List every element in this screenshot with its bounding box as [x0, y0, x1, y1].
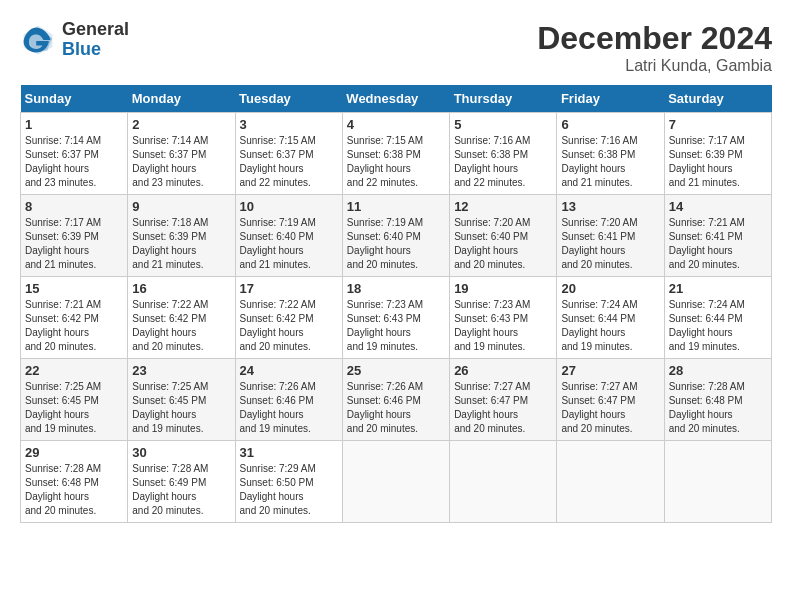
day-info: Sunrise: 7:15 AMSunset: 6:37 PMDaylight … — [240, 135, 316, 188]
day-number: 31 — [240, 445, 338, 460]
day-info: Sunrise: 7:15 AMSunset: 6:38 PMDaylight … — [347, 135, 423, 188]
calendar-cell: 5 Sunrise: 7:16 AMSunset: 6:38 PMDayligh… — [450, 113, 557, 195]
day-number: 4 — [347, 117, 445, 132]
calendar-cell: 19 Sunrise: 7:23 AMSunset: 6:43 PMDaylig… — [450, 277, 557, 359]
day-number: 8 — [25, 199, 123, 214]
calendar-cell: 20 Sunrise: 7:24 AMSunset: 6:44 PMDaylig… — [557, 277, 664, 359]
day-info: Sunrise: 7:27 AMSunset: 6:47 PMDaylight … — [454, 381, 530, 434]
day-info: Sunrise: 7:19 AMSunset: 6:40 PMDaylight … — [240, 217, 316, 270]
day-number: 28 — [669, 363, 767, 378]
day-info: Sunrise: 7:23 AMSunset: 6:43 PMDaylight … — [454, 299, 530, 352]
day-number: 15 — [25, 281, 123, 296]
calendar-cell: 30 Sunrise: 7:28 AMSunset: 6:49 PMDaylig… — [128, 441, 235, 523]
day-info: Sunrise: 7:22 AMSunset: 6:42 PMDaylight … — [132, 299, 208, 352]
day-info: Sunrise: 7:20 AMSunset: 6:40 PMDaylight … — [454, 217, 530, 270]
day-number: 23 — [132, 363, 230, 378]
day-info: Sunrise: 7:26 AMSunset: 6:46 PMDaylight … — [347, 381, 423, 434]
calendar-cell: 17 Sunrise: 7:22 AMSunset: 6:42 PMDaylig… — [235, 277, 342, 359]
day-info: Sunrise: 7:25 AMSunset: 6:45 PMDaylight … — [132, 381, 208, 434]
calendar-cell: 6 Sunrise: 7:16 AMSunset: 6:38 PMDayligh… — [557, 113, 664, 195]
calendar-cell: 2 Sunrise: 7:14 AMSunset: 6:37 PMDayligh… — [128, 113, 235, 195]
day-number: 26 — [454, 363, 552, 378]
day-info: Sunrise: 7:22 AMSunset: 6:42 PMDaylight … — [240, 299, 316, 352]
calendar-cell: 28 Sunrise: 7:28 AMSunset: 6:48 PMDaylig… — [664, 359, 771, 441]
day-number: 22 — [25, 363, 123, 378]
day-number: 20 — [561, 281, 659, 296]
calendar-cell: 10 Sunrise: 7:19 AMSunset: 6:40 PMDaylig… — [235, 195, 342, 277]
day-info: Sunrise: 7:28 AMSunset: 6:48 PMDaylight … — [669, 381, 745, 434]
day-number: 18 — [347, 281, 445, 296]
day-info: Sunrise: 7:20 AMSunset: 6:41 PMDaylight … — [561, 217, 637, 270]
calendar-day-header: Thursday — [450, 85, 557, 113]
calendar-header-row: SundayMondayTuesdayWednesdayThursdayFrid… — [21, 85, 772, 113]
day-number: 7 — [669, 117, 767, 132]
day-number: 10 — [240, 199, 338, 214]
month-title: December 2024 — [537, 20, 772, 57]
location: Latri Kunda, Gambia — [537, 57, 772, 75]
calendar-cell: 12 Sunrise: 7:20 AMSunset: 6:40 PMDaylig… — [450, 195, 557, 277]
day-number: 5 — [454, 117, 552, 132]
day-number: 9 — [132, 199, 230, 214]
calendar-day-header: Monday — [128, 85, 235, 113]
day-number: 24 — [240, 363, 338, 378]
day-number: 19 — [454, 281, 552, 296]
day-info: Sunrise: 7:18 AMSunset: 6:39 PMDaylight … — [132, 217, 208, 270]
day-info: Sunrise: 7:28 AMSunset: 6:48 PMDaylight … — [25, 463, 101, 516]
day-info: Sunrise: 7:24 AMSunset: 6:44 PMDaylight … — [561, 299, 637, 352]
calendar-cell: 24 Sunrise: 7:26 AMSunset: 6:46 PMDaylig… — [235, 359, 342, 441]
calendar-day-header: Sunday — [21, 85, 128, 113]
calendar-cell: 7 Sunrise: 7:17 AMSunset: 6:39 PMDayligh… — [664, 113, 771, 195]
calendar-cell: 21 Sunrise: 7:24 AMSunset: 6:44 PMDaylig… — [664, 277, 771, 359]
calendar-cell: 31 Sunrise: 7:29 AMSunset: 6:50 PMDaylig… — [235, 441, 342, 523]
title-block: December 2024 Latri Kunda, Gambia — [537, 20, 772, 75]
calendar-day-header: Wednesday — [342, 85, 449, 113]
day-info: Sunrise: 7:17 AMSunset: 6:39 PMDaylight … — [669, 135, 745, 188]
calendar-cell — [342, 441, 449, 523]
calendar-day-header: Saturday — [664, 85, 771, 113]
day-info: Sunrise: 7:21 AMSunset: 6:41 PMDaylight … — [669, 217, 745, 270]
day-number: 30 — [132, 445, 230, 460]
calendar-cell: 23 Sunrise: 7:25 AMSunset: 6:45 PMDaylig… — [128, 359, 235, 441]
day-number: 1 — [25, 117, 123, 132]
day-number: 11 — [347, 199, 445, 214]
calendar-day-header: Friday — [557, 85, 664, 113]
day-info: Sunrise: 7:23 AMSunset: 6:43 PMDaylight … — [347, 299, 423, 352]
day-number: 13 — [561, 199, 659, 214]
calendar-cell: 18 Sunrise: 7:23 AMSunset: 6:43 PMDaylig… — [342, 277, 449, 359]
calendar-cell: 8 Sunrise: 7:17 AMSunset: 6:39 PMDayligh… — [21, 195, 128, 277]
day-number: 12 — [454, 199, 552, 214]
day-info: Sunrise: 7:16 AMSunset: 6:38 PMDaylight … — [561, 135, 637, 188]
day-info: Sunrise: 7:14 AMSunset: 6:37 PMDaylight … — [132, 135, 208, 188]
day-number: 6 — [561, 117, 659, 132]
day-info: Sunrise: 7:21 AMSunset: 6:42 PMDaylight … — [25, 299, 101, 352]
calendar-day-header: Tuesday — [235, 85, 342, 113]
day-number: 3 — [240, 117, 338, 132]
calendar-week-row: 22 Sunrise: 7:25 AMSunset: 6:45 PMDaylig… — [21, 359, 772, 441]
calendar-cell: 29 Sunrise: 7:28 AMSunset: 6:48 PMDaylig… — [21, 441, 128, 523]
calendar-week-row: 29 Sunrise: 7:28 AMSunset: 6:48 PMDaylig… — [21, 441, 772, 523]
page-header: General Blue December 2024 Latri Kunda, … — [20, 20, 772, 75]
calendar-cell: 15 Sunrise: 7:21 AMSunset: 6:42 PMDaylig… — [21, 277, 128, 359]
day-info: Sunrise: 7:17 AMSunset: 6:39 PMDaylight … — [25, 217, 101, 270]
calendar-cell: 26 Sunrise: 7:27 AMSunset: 6:47 PMDaylig… — [450, 359, 557, 441]
day-info: Sunrise: 7:24 AMSunset: 6:44 PMDaylight … — [669, 299, 745, 352]
calendar-week-row: 8 Sunrise: 7:17 AMSunset: 6:39 PMDayligh… — [21, 195, 772, 277]
calendar-cell: 9 Sunrise: 7:18 AMSunset: 6:39 PMDayligh… — [128, 195, 235, 277]
day-info: Sunrise: 7:25 AMSunset: 6:45 PMDaylight … — [25, 381, 101, 434]
day-number: 25 — [347, 363, 445, 378]
calendar-cell: 4 Sunrise: 7:15 AMSunset: 6:38 PMDayligh… — [342, 113, 449, 195]
calendar-cell: 11 Sunrise: 7:19 AMSunset: 6:40 PMDaylig… — [342, 195, 449, 277]
calendar-cell — [664, 441, 771, 523]
calendar-cell — [450, 441, 557, 523]
day-number: 21 — [669, 281, 767, 296]
day-number: 16 — [132, 281, 230, 296]
day-number: 29 — [25, 445, 123, 460]
day-info: Sunrise: 7:28 AMSunset: 6:49 PMDaylight … — [132, 463, 208, 516]
calendar-cell: 27 Sunrise: 7:27 AMSunset: 6:47 PMDaylig… — [557, 359, 664, 441]
day-info: Sunrise: 7:14 AMSunset: 6:37 PMDaylight … — [25, 135, 101, 188]
calendar-cell: 16 Sunrise: 7:22 AMSunset: 6:42 PMDaylig… — [128, 277, 235, 359]
logo: General Blue — [20, 20, 129, 60]
calendar-table: SundayMondayTuesdayWednesdayThursdayFrid… — [20, 85, 772, 523]
day-number: 17 — [240, 281, 338, 296]
calendar-cell: 13 Sunrise: 7:20 AMSunset: 6:41 PMDaylig… — [557, 195, 664, 277]
